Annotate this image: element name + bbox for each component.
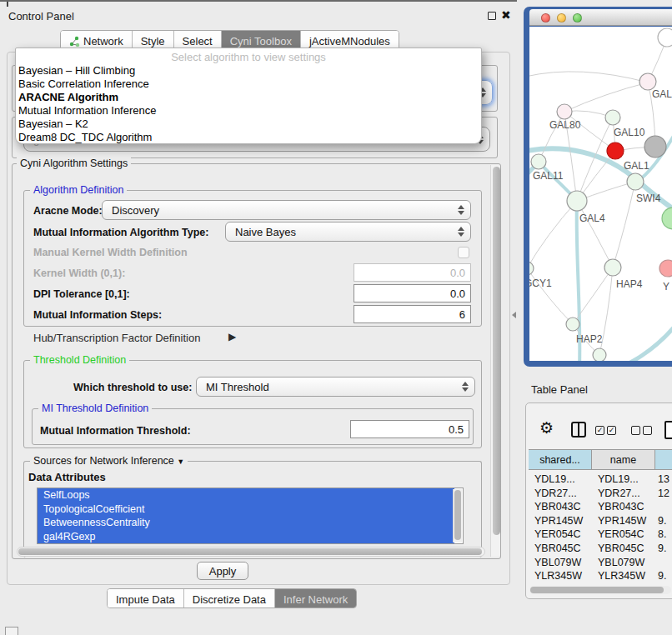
network-node-gal1[interactable] bbox=[607, 142, 624, 159]
network-node[interactable] bbox=[644, 136, 666, 158]
list-item-selfloops[interactable]: SelfLoops bbox=[38, 488, 454, 502]
table-settings-gear-icon[interactable]: ⚙ bbox=[539, 418, 554, 438]
panel-divider-handle[interactable] bbox=[512, 312, 516, 318]
network-node-gal[interactable] bbox=[639, 73, 656, 90]
table-cell[interactable]: YDL19... bbox=[534, 473, 575, 485]
network-node[interactable] bbox=[658, 28, 672, 47]
select-all-checkbox-icon[interactable]: ✓ bbox=[607, 426, 616, 435]
mi-type-combobox[interactable]: Naive Bayes bbox=[225, 222, 471, 242]
network-node-y[interactable] bbox=[659, 260, 672, 277]
network-edge[interactable] bbox=[613, 182, 635, 268]
which-threshold-combobox[interactable]: MI Threshold bbox=[196, 377, 475, 397]
table-cell[interactable]: YDR27... bbox=[598, 488, 640, 499]
network-node[interactable] bbox=[662, 208, 672, 229]
table-cell[interactable]: 8. bbox=[658, 528, 666, 540]
table-cell[interactable]: YER054C bbox=[598, 528, 644, 540]
network-node-gal4[interactable] bbox=[567, 191, 587, 211]
network-edge[interactable] bbox=[577, 201, 613, 268]
network-window-titlebar[interactable] bbox=[529, 9, 672, 26]
close-panel-icon[interactable]: ✖ bbox=[501, 8, 511, 22]
mi-threshold-field[interactable]: 0.5 bbox=[350, 420, 469, 438]
table-cell[interactable]: YER054C bbox=[534, 528, 581, 540]
table-cell[interactable]: YBR043C bbox=[598, 501, 644, 512]
zoom-traffic-light[interactable] bbox=[573, 13, 582, 22]
aracne-mode-combobox[interactable]: Discovery bbox=[102, 200, 471, 220]
menu-item-aracne[interactable]: ARACNE Algorithm bbox=[16, 91, 481, 104]
mi-steps-field[interactable]: 6 bbox=[354, 305, 471, 323]
network-node-hap2[interactable] bbox=[566, 318, 579, 331]
network-edge[interactable] bbox=[529, 72, 648, 82]
menu-item-bayesian-k2[interactable]: Bayesian – K2 bbox=[16, 118, 481, 131]
table-cell[interactable]: YBR045C bbox=[598, 542, 644, 554]
table-cell[interactable]: YBL079W bbox=[598, 557, 644, 568]
column-header-shared-name[interactable]: shared... bbox=[529, 449, 592, 470]
deselect-all-checkbox-icon[interactable] bbox=[631, 426, 640, 435]
table-cell[interactable]: YBR043C bbox=[534, 501, 581, 512]
table-cell[interactable]: 9. bbox=[658, 515, 666, 527]
network-edge[interactable] bbox=[529, 201, 577, 268]
scrollbar-thumb[interactable] bbox=[493, 167, 500, 535]
network-edge[interactable] bbox=[604, 322, 672, 361]
hub-definition-expander-label[interactable]: Hub/Transcription Factor Definition bbox=[33, 332, 200, 344]
network-node-swi4[interactable] bbox=[627, 173, 644, 190]
network-node-gal80[interactable] bbox=[557, 104, 572, 119]
export-table-icon[interactable] bbox=[664, 421, 672, 439]
menu-item-mutual-information[interactable]: Mutual Information Inference bbox=[16, 104, 481, 118]
column-header-third[interactable]: A bbox=[655, 449, 672, 470]
network-canvas[interactable]: GALGAL80GAL10GAL1GAL11SWI4GAL4GCY1HAP4YH… bbox=[529, 27, 672, 361]
network-node-hap4[interactable] bbox=[604, 259, 621, 276]
settings-horizontal-scrollbar[interactable] bbox=[17, 547, 485, 557]
network-node-gcy1[interactable] bbox=[529, 262, 534, 275]
table-cell[interactable]: 9. bbox=[658, 570, 666, 582]
settings-vertical-scrollbar[interactable] bbox=[490, 165, 500, 557]
table-cell[interactable]: YBL079W bbox=[534, 557, 581, 568]
select-all-checkbox-icon[interactable]: ✓ bbox=[595, 426, 604, 435]
close-traffic-light[interactable] bbox=[541, 13, 550, 22]
apply-button[interactable]: Apply bbox=[197, 562, 248, 580]
tab-discretize-data[interactable]: Discretize Data bbox=[184, 589, 275, 608]
table-cell[interactable]: YLR345W bbox=[598, 570, 645, 582]
table-cell[interactable]: YLR345W bbox=[534, 570, 582, 582]
scrollbar-thumb[interactable] bbox=[530, 587, 664, 593]
network-node[interactable] bbox=[593, 348, 606, 361]
table-cell[interactable]: YBR045C bbox=[534, 542, 581, 554]
scrollbar-thumb[interactable] bbox=[18, 548, 482, 555]
table-cell[interactable]: YDL19... bbox=[598, 473, 639, 485]
tab-style[interactable]: Style bbox=[133, 31, 174, 49]
menu-item-basic-correlation[interactable]: Basic Correlation Inference bbox=[16, 78, 481, 91]
list-vertical-scrollbar[interactable] bbox=[453, 489, 462, 542]
table-cell[interactable]: 13 bbox=[658, 473, 669, 485]
list-item-topologicalcoefficient[interactable]: TopologicalCoefficient bbox=[38, 502, 454, 517]
menu-item-bayesian-hill-climbing[interactable]: Bayesian – Hill Climbing bbox=[16, 64, 481, 78]
dpi-tolerance-field[interactable]: 0.0 bbox=[354, 284, 471, 302]
table-cell[interactable]: YDR27... bbox=[534, 488, 577, 499]
network-node-gal11[interactable] bbox=[531, 154, 546, 169]
list-item-betweennesscentrality[interactable]: BetweennessCentrality bbox=[38, 516, 454, 530]
expander-arrow-icon[interactable]: ▶ bbox=[228, 331, 236, 342]
network-node-gal10[interactable] bbox=[605, 110, 620, 125]
table-horizontal-scrollbar[interactable] bbox=[529, 586, 671, 594]
minimized-panel-icon[interactable] bbox=[5, 627, 18, 635]
list-item-gal4rgexp[interactable]: gal4RGexp bbox=[38, 530, 454, 544]
network-edge[interactable] bbox=[564, 82, 648, 112]
table-cell[interactable]: YPR145W bbox=[534, 515, 583, 527]
column-header-name[interactable]: name bbox=[592, 449, 655, 470]
table-cell[interactable]: 9. bbox=[658, 542, 666, 554]
manual-kernel-checkbox[interactable] bbox=[458, 247, 469, 258]
collapse-arrow-icon[interactable]: ▼ bbox=[177, 458, 184, 466]
tab-network[interactable]: Network bbox=[61, 31, 133, 49]
table-cell[interactable]: YPR145W bbox=[598, 515, 646, 527]
network-edge[interactable] bbox=[529, 148, 672, 218]
minimize-traffic-light[interactable] bbox=[557, 13, 566, 22]
tab-impute-data[interactable]: Impute Data bbox=[108, 589, 184, 608]
tab-select[interactable]: Select bbox=[174, 31, 222, 49]
kernel-width-field[interactable]: 0.0 bbox=[354, 263, 471, 282]
column-layout-icon[interactable] bbox=[571, 422, 586, 438]
tab-cyni-toolbox[interactable]: Cyni Toolbox bbox=[222, 31, 301, 49]
float-panel-icon[interactable] bbox=[488, 12, 496, 20]
deselect-all-checkbox-icon[interactable] bbox=[643, 426, 652, 435]
menu-item-dream8[interactable]: Dream8 DC_TDC Algorithm bbox=[16, 131, 481, 144]
table-cell[interactable]: 12 bbox=[658, 488, 669, 499]
network-view-window[interactable]: GALGAL80GAL10GAL1GAL11SWI4GAL4GCY1HAP4YH… bbox=[524, 7, 672, 367]
tab-jactivemnodules[interactable]: jActiveMNodules bbox=[301, 31, 399, 49]
